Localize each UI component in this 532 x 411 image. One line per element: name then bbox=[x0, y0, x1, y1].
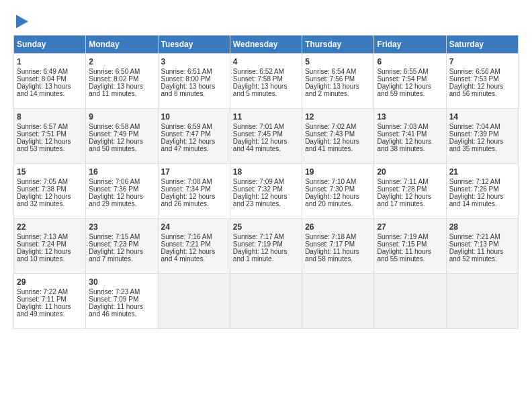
sunrise-text: Sunrise: 7:08 AM bbox=[161, 178, 212, 185]
sunset-text: Sunset: 7:17 PM bbox=[305, 240, 355, 248]
sunrise-text: Sunrise: 6:51 AM bbox=[161, 68, 212, 75]
day-number: 18 bbox=[233, 167, 299, 177]
daylight-text: Daylight: 12 hours and 44 minutes. bbox=[233, 138, 287, 152]
calendar-cell bbox=[302, 274, 374, 329]
sunset-text: Sunset: 7:39 PM bbox=[449, 130, 499, 138]
page-header bbox=[13, 13, 519, 28]
calendar-table: SundayMondayTuesdayWednesdayThursdayFrid… bbox=[13, 35, 519, 329]
day-number: 26 bbox=[305, 222, 371, 232]
sunset-text: Sunset: 7:45 PM bbox=[233, 130, 283, 138]
calendar-cell: 24Sunrise: 7:16 AMSunset: 7:21 PMDayligh… bbox=[158, 219, 230, 274]
calendar-body: 1Sunrise: 6:49 AMSunset: 8:04 PMDaylight… bbox=[14, 54, 519, 329]
day-number: 2 bbox=[89, 57, 154, 66]
daylight-text: Daylight: 13 hours and 2 minutes. bbox=[305, 83, 359, 97]
sunrise-text: Sunrise: 6:52 AM bbox=[233, 68, 284, 75]
calendar-day-header: Sunday bbox=[14, 36, 86, 54]
sunrise-text: Sunrise: 7:04 AM bbox=[449, 123, 500, 130]
calendar-cell: 21Sunrise: 7:12 AMSunset: 7:26 PMDayligh… bbox=[446, 164, 518, 219]
daylight-text: Daylight: 12 hours and 50 minutes. bbox=[89, 138, 143, 152]
sunrise-text: Sunrise: 7:12 AM bbox=[449, 178, 500, 185]
sunset-text: Sunset: 7:49 PM bbox=[89, 130, 138, 138]
day-number: 28 bbox=[449, 222, 515, 232]
calendar-cell: 2Sunrise: 6:50 AMSunset: 8:02 PMDaylight… bbox=[86, 54, 158, 109]
day-number: 25 bbox=[233, 222, 299, 232]
day-number: 8 bbox=[17, 112, 83, 122]
daylight-text: Daylight: 11 hours and 46 minutes. bbox=[89, 303, 143, 318]
day-number: 3 bbox=[161, 57, 227, 66]
daylight-text: Daylight: 12 hours and 29 minutes. bbox=[89, 193, 143, 208]
calendar-cell: 12Sunrise: 7:02 AMSunset: 7:43 PMDayligh… bbox=[302, 109, 374, 164]
sunset-text: Sunset: 7:26 PM bbox=[449, 185, 499, 193]
daylight-text: Daylight: 12 hours and 23 minutes. bbox=[233, 193, 287, 208]
calendar-cell: 28Sunrise: 7:21 AMSunset: 7:13 PMDayligh… bbox=[446, 219, 518, 274]
sunrise-text: Sunrise: 7:01 AM bbox=[233, 123, 284, 130]
day-number: 27 bbox=[377, 222, 443, 232]
sunrise-text: Sunrise: 6:55 AM bbox=[377, 68, 428, 75]
calendar-cell: 8Sunrise: 6:57 AMSunset: 7:51 PMDaylight… bbox=[14, 109, 86, 164]
sunset-text: Sunset: 7:47 PM bbox=[161, 130, 211, 138]
sunrise-text: Sunrise: 7:22 AM bbox=[17, 288, 68, 295]
day-number: 23 bbox=[89, 222, 154, 232]
daylight-text: Daylight: 13 hours and 8 minutes. bbox=[161, 83, 216, 97]
sunrise-text: Sunrise: 7:13 AM bbox=[17, 233, 68, 240]
calendar-day-header: Wednesday bbox=[230, 36, 302, 54]
sunrise-text: Sunrise: 7:18 AM bbox=[305, 233, 356, 240]
sunrise-text: Sunrise: 7:05 AM bbox=[17, 178, 68, 185]
sunrise-text: Sunrise: 6:58 AM bbox=[89, 123, 140, 130]
daylight-text: Daylight: 11 hours and 58 minutes. bbox=[305, 248, 359, 263]
calendar-cell: 1Sunrise: 6:49 AMSunset: 8:04 PMDaylight… bbox=[14, 54, 86, 109]
calendar-week-row: 15Sunrise: 7:05 AMSunset: 7:38 PMDayligh… bbox=[14, 164, 519, 219]
calendar-day-header: Thursday bbox=[302, 36, 374, 54]
day-number: 1 bbox=[17, 57, 83, 66]
day-number: 24 bbox=[161, 222, 227, 232]
day-number: 21 bbox=[449, 167, 515, 177]
calendar-cell: 14Sunrise: 7:04 AMSunset: 7:39 PMDayligh… bbox=[446, 109, 518, 164]
calendar-week-row: 8Sunrise: 6:57 AMSunset: 7:51 PMDaylight… bbox=[14, 109, 519, 164]
calendar-header-row: SundayMondayTuesdayWednesdayThursdayFrid… bbox=[14, 36, 519, 54]
daylight-text: Daylight: 12 hours and 47 minutes. bbox=[161, 138, 216, 152]
sunset-text: Sunset: 7:36 PM bbox=[89, 185, 138, 193]
logo-arrow-icon bbox=[16, 15, 28, 28]
calendar-cell bbox=[230, 274, 302, 329]
day-number: 7 bbox=[449, 57, 515, 66]
sunset-text: Sunset: 7:21 PM bbox=[161, 240, 211, 248]
day-number: 22 bbox=[17, 222, 83, 232]
sunset-text: Sunset: 7:53 PM bbox=[449, 75, 499, 83]
sunrise-text: Sunrise: 7:06 AM bbox=[89, 178, 140, 185]
sunset-text: Sunset: 7:38 PM bbox=[17, 185, 66, 193]
daylight-text: Daylight: 12 hours and 1 minute. bbox=[233, 248, 287, 263]
daylight-text: Daylight: 12 hours and 56 minutes. bbox=[449, 83, 504, 97]
sunset-text: Sunset: 7:43 PM bbox=[305, 130, 355, 138]
calendar-cell bbox=[374, 274, 446, 329]
daylight-text: Daylight: 12 hours and 41 minutes. bbox=[305, 138, 359, 152]
day-number: 20 bbox=[377, 167, 443, 177]
sunset-text: Sunset: 7:30 PM bbox=[305, 185, 355, 193]
calendar-cell: 16Sunrise: 7:06 AMSunset: 7:36 PMDayligh… bbox=[86, 164, 158, 219]
daylight-text: Daylight: 12 hours and 26 minutes. bbox=[161, 193, 216, 208]
daylight-text: Daylight: 12 hours and 14 minutes. bbox=[449, 193, 504, 208]
sunrise-text: Sunrise: 7:23 AM bbox=[89, 288, 140, 295]
sunset-text: Sunset: 7:13 PM bbox=[449, 240, 499, 248]
sunset-text: Sunset: 8:00 PM bbox=[161, 75, 211, 83]
daylight-text: Daylight: 12 hours and 7 minutes. bbox=[89, 248, 143, 263]
calendar-cell: 19Sunrise: 7:10 AMSunset: 7:30 PMDayligh… bbox=[302, 164, 374, 219]
sunset-text: Sunset: 7:19 PM bbox=[233, 240, 283, 248]
calendar-cell: 18Sunrise: 7:09 AMSunset: 7:32 PMDayligh… bbox=[230, 164, 302, 219]
sunset-text: Sunset: 7:24 PM bbox=[17, 240, 66, 248]
sunset-text: Sunset: 7:41 PM bbox=[377, 130, 427, 138]
calendar-cell: 15Sunrise: 7:05 AMSunset: 7:38 PMDayligh… bbox=[14, 164, 86, 219]
calendar-week-row: 22Sunrise: 7:13 AMSunset: 7:24 PMDayligh… bbox=[14, 219, 519, 274]
calendar-day-header: Friday bbox=[374, 36, 446, 54]
daylight-text: Daylight: 12 hours and 38 minutes. bbox=[377, 138, 431, 152]
day-number: 4 bbox=[233, 57, 299, 66]
daylight-text: Daylight: 12 hours and 53 minutes. bbox=[17, 138, 71, 152]
sunrise-text: Sunrise: 6:59 AM bbox=[161, 123, 212, 130]
sunset-text: Sunset: 8:04 PM bbox=[17, 75, 66, 83]
day-number: 6 bbox=[377, 57, 443, 66]
day-number: 9 bbox=[89, 112, 154, 122]
calendar-cell: 7Sunrise: 6:56 AMSunset: 7:53 PMDaylight… bbox=[446, 54, 518, 109]
sunrise-text: Sunrise: 7:02 AM bbox=[305, 123, 356, 130]
daylight-text: Daylight: 12 hours and 32 minutes. bbox=[17, 193, 71, 208]
sunrise-text: Sunrise: 7:10 AM bbox=[305, 178, 356, 185]
day-number: 11 bbox=[233, 112, 299, 122]
